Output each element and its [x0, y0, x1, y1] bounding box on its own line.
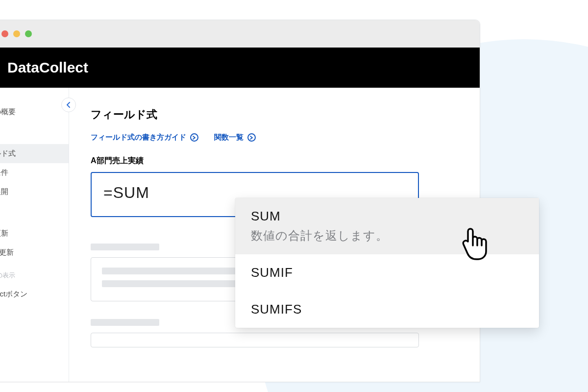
sidebar-item[interactable]: bhook更新 [0, 243, 69, 262]
link-function-list-label: 関数一覧 [214, 133, 244, 142]
autocomplete-item[interactable]: SUMIFS [235, 291, 539, 328]
sidebar-heading: one上の表示 [0, 262, 69, 285]
sidebar: プリの概要構成ィールド式込み条件ブル展開更新指定更新bhook更新one上の表示… [0, 88, 69, 382]
autocomplete-item-desc: 数値の合計を返します。 [251, 228, 523, 244]
sidebar-item[interactable]: プリの概要 [0, 102, 69, 122]
window-close-button[interactable] [1, 30, 8, 37]
chevron-right-icon [190, 133, 198, 142]
window-titlebar [0, 20, 480, 48]
window-zoom-button[interactable] [25, 30, 32, 37]
sidebar-item[interactable]: 指定更新 [0, 224, 69, 243]
autocomplete-item[interactable]: SUM数値の合計を返します。 [235, 198, 539, 254]
sidebar-heading: 構成 [0, 122, 69, 144]
autocomplete-popup: SUM数値の合計を返します。SUMIFSUMIFS [235, 198, 539, 328]
sidebar-item[interactable]: aCollectボタン [0, 285, 69, 304]
link-function-list[interactable]: 関数一覧 [214, 133, 256, 142]
autocomplete-item-name: SUMIFS [251, 302, 523, 317]
help-links: フィールド式の書き方ガイド 関数一覧 [91, 133, 458, 142]
page-title: フィールド式 [91, 107, 458, 122]
window-minimize-button[interactable] [13, 30, 20, 37]
app-header: + − × ÷ DataCollect [0, 48, 480, 88]
link-guide-label: フィールド式の書き方ガイド [91, 133, 186, 142]
field-label: A部門売上実績 [91, 156, 458, 166]
sidebar-collapse-button[interactable] [61, 98, 76, 112]
sidebar-heading: 更新 [0, 201, 69, 224]
sidebar-item[interactable]: 込み条件 [0, 163, 69, 182]
autocomplete-item-name: SUM [251, 209, 523, 224]
autocomplete-item[interactable]: SUMIF [235, 254, 539, 291]
autocomplete-item-name: SUMIF [251, 265, 523, 280]
formula-value: =SUM [103, 184, 149, 202]
link-guide[interactable]: フィールド式の書き方ガイド [91, 133, 198, 142]
app-title: DataCollect [7, 59, 88, 76]
sidebar-item[interactable]: ィールド式 [0, 144, 69, 163]
sidebar-item[interactable]: ブル展開 [0, 182, 69, 201]
chevron-right-icon [247, 133, 256, 142]
